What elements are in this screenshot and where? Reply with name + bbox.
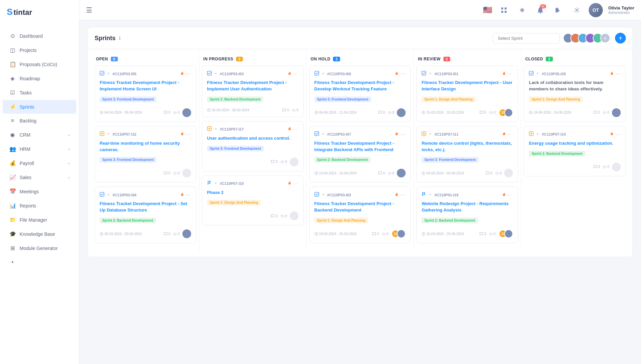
card-sprint-tag[interactable]: Sprint 3: Frontend Development: [421, 156, 513, 166]
card-comments: 0: [593, 165, 600, 169]
column-inreview: IN REVIEW 3 #C110P03-I01 ⋯ Fitness Track…: [414, 49, 521, 251]
card-menu-icon[interactable]: ⋯: [615, 71, 621, 77]
sidebar: S tintar ⊙ Dashboard ◫ Projects 📋 Propos…: [0, 0, 79, 364]
card-avatar: [182, 108, 191, 117]
sprints-icon: ⚡: [9, 104, 16, 110]
card-menu-icon[interactable]: ⋯: [293, 71, 299, 77]
filemanager-icon: 📁: [9, 217, 16, 223]
card-menu-icon[interactable]: ⋯: [400, 71, 406, 77]
card-sprint-tag[interactable]: Sprint 2: Backend Development: [529, 150, 621, 160]
sprint-tag-label: Sprint 3: Frontend Development: [421, 157, 478, 163]
card-sprint-tag[interactable]: Sprint 2: Backend Development: [207, 96, 299, 106]
sidebar-item-modulegen[interactable]: ⊞ Module Generator: [3, 241, 76, 255]
card-attachments: 0: [489, 232, 496, 236]
sidebar-item-sales[interactable]: 📈 Sales ›: [3, 170, 76, 184]
avatar-group: +: [563, 33, 610, 43]
card-sprint-tag[interactable]: Sprint 1: Design And Planning: [529, 96, 621, 106]
sprint-select-input[interactable]: [493, 33, 560, 44]
card-title: Remote device control (lights, thermosta…: [421, 140, 513, 153]
menu-toggle-button[interactable]: ☰: [86, 6, 92, 14]
sprint-board: OPEN 6 #C110P03-I05 ⋯ Fitness Tracket De…: [88, 49, 633, 257]
card-id: #C110P03-I06: [327, 72, 351, 76]
dark-mode-button[interactable]: [552, 4, 565, 17]
language-flag[interactable]: 🇺🇸: [483, 6, 492, 15]
card-menu-icon[interactable]: ⋯: [508, 71, 513, 77]
tasks-icon: ☑: [9, 89, 16, 96]
sidebar-item-projects[interactable]: ◫ Projects: [3, 43, 76, 57]
svg-rect-3: [505, 7, 507, 9]
card-sprint-tag[interactable]: Sprint 3: Frontend Development: [314, 96, 406, 106]
card-menu-icon[interactable]: ⋯: [293, 180, 299, 187]
card-sprint-tag[interactable]: Sprint 3: Frontend Development: [100, 156, 191, 166]
card-menu-icon[interactable]: ⋯: [400, 192, 406, 198]
card-sprint-tag[interactable]: Sprint 1: Design And Planning: [207, 199, 299, 209]
card-sprint-tag[interactable]: Sprint 2: Backend Development: [421, 217, 513, 227]
card-menu-icon[interactable]: ⋯: [186, 131, 191, 138]
sidebar-item-reports[interactable]: 📊 Reports: [3, 199, 76, 213]
card-sprint-tag[interactable]: Sprint 3: Frontend Development: [100, 96, 191, 106]
sidebar-item-roadmap[interactable]: ◈ Roadmap: [3, 72, 76, 85]
svg-point-11: [576, 9, 578, 11]
sprint-card[interactable]: #C110P03-I06 ⋯ Fitness Tracker Developme…: [309, 65, 411, 122]
sprint-card[interactable]: #C110P07-I10 ⋯ Phase 2 Sprint 1: Design …: [202, 175, 304, 226]
card-type-icon: [207, 126, 212, 132]
sales-icon: 📈: [9, 174, 16, 180]
sidebar-item-hrm[interactable]: 👥 HRM ›: [3, 142, 76, 156]
user-info[interactable]: Olivia Taylor Administrator: [608, 5, 634, 15]
sprint-card[interactable]: #C110P03-I02 ⋯ Fitness Tracker Developme…: [309, 187, 411, 243]
sidebar-item-knowledgebase[interactable]: 🎓 Knowledge Base: [3, 227, 76, 241]
card-menu-icon[interactable]: ⋯: [186, 71, 191, 77]
card-sprint-tag[interactable]: Sprint 2: Backend Development: [100, 217, 191, 227]
add-sprint-button[interactable]: +: [615, 33, 626, 44]
sprint-card[interactable]: #C110P03-I03 ⋯ Fitness Tracker Developme…: [202, 65, 304, 117]
card-menu-icon[interactable]: ⋯: [186, 192, 191, 198]
card-footer: 0 0: [100, 169, 191, 177]
card-header: #C110P03-I06 ⋯: [314, 71, 406, 77]
sidebar-item-crm[interactable]: ◉ CRM ›: [3, 128, 76, 142]
sprint-card[interactable]: #C110P07-I14 ⋯ Energy usage tracking and…: [524, 126, 626, 176]
card-sprint-tag[interactable]: Sprint 3: Frontend Development: [207, 145, 299, 155]
sprints-header-right: + +: [493, 33, 626, 44]
sidebar-item-more[interactable]: •: [3, 255, 76, 269]
sidebar-item-meetings[interactable]: 📅 Meetings: [3, 185, 76, 198]
card-menu-icon[interactable]: ⋯: [615, 131, 621, 138]
card-comments: 0: [271, 160, 278, 164]
card-menu-icon[interactable]: ⋯: [293, 126, 299, 133]
card-avatar-group: 10: [391, 229, 406, 238]
sprint-card[interactable]: #C110P07-I11 ⋯ Remote device control (li…: [416, 126, 518, 183]
card-menu-icon[interactable]: ⋯: [508, 131, 513, 138]
sidebar-item-filemanager[interactable]: 📁 File Manager: [3, 213, 76, 227]
logo[interactable]: S tintar: [0, 0, 79, 26]
avatar[interactable]: OT: [589, 3, 603, 17]
sidebar-item-sprints[interactable]: ⚡ Sprints: [3, 100, 76, 114]
sprint-card[interactable]: #C110P35-I29 ⋯ Lack of collaboration too…: [524, 65, 626, 122]
apps-button[interactable]: [497, 4, 510, 17]
card-sprint-tag[interactable]: Sprint 1: Design And Planning: [421, 96, 513, 106]
sprint-card[interactable]: #C110P03-I05 ⋯ Fitness Tracket Developme…: [95, 65, 196, 122]
sidebar-item-proposals[interactable]: 📋 Proposals (CoCo): [3, 57, 76, 71]
sprint-card[interactable]: #C110P07-I12 ⋯ Real-time monitoring of h…: [95, 126, 196, 183]
sidebar-item-payroll[interactable]: 💰 Payroll ›: [3, 156, 76, 170]
card-sprint-tag[interactable]: Sprint 1: Design And Planning: [314, 217, 406, 227]
sprint-card[interactable]: #C110P03-I04 ⋯ Fitness Tracket Developme…: [95, 187, 196, 243]
integration-button[interactable]: [516, 4, 529, 17]
card-id: #C110P07-I11: [434, 132, 458, 136]
sidebar-item-tasks[interactable]: ☑ Tasks: [3, 86, 76, 100]
notifications-button[interactable]: 52: [534, 4, 547, 17]
card-avatar: [504, 229, 513, 238]
info-icon[interactable]: ℹ: [119, 35, 121, 41]
sprint-tag-label: Sprint 2: Backend Development: [529, 151, 585, 157]
sprint-card[interactable]: #C110P03-I01 ⋯ Fitness Tracker Developme…: [416, 65, 518, 122]
sprint-card[interactable]: #C110P01-I19 ⋯ Website Redesign Project …: [416, 187, 518, 243]
sprint-card[interactable]: #C110P07-I17 ⋯ User authentication and a…: [202, 121, 304, 171]
card-menu-icon[interactable]: ⋯: [508, 192, 513, 198]
sidebar-item-label: Knowledge Base: [20, 231, 55, 237]
settings-button[interactable]: [570, 4, 583, 17]
hrm-icon: 👥: [9, 146, 16, 152]
sidebar-item-backlog[interactable]: ≡ Backlog: [3, 114, 76, 128]
card-menu-icon[interactable]: ⋯: [400, 131, 406, 138]
card-type-icon: [314, 192, 319, 198]
sidebar-item-dashboard[interactable]: ⊙ Dashboard: [3, 29, 76, 43]
sprint-card[interactable]: #C110P03-I07 ⋯ Fitness Tracker Developme…: [309, 126, 411, 183]
card-sprint-tag[interactable]: Sprint 2: Backend Development: [314, 156, 406, 166]
